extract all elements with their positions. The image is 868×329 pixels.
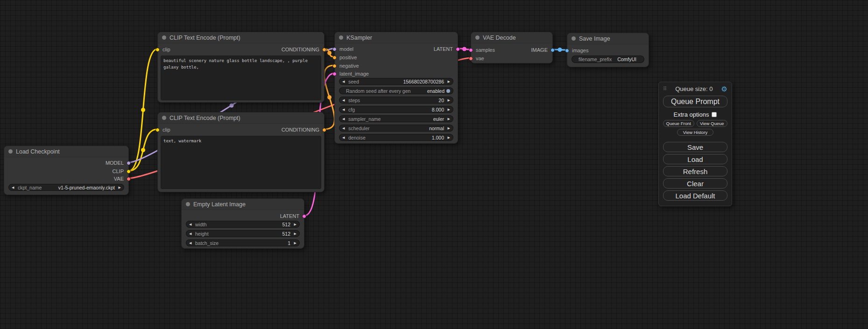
slot-dot-clip[interactable]: [127, 169, 131, 174]
node-empty-latent-image[interactable]: Empty Latent Image LATENT ◀ width 512 ▶ …: [181, 198, 304, 249]
slot-dot-latent[interactable]: [456, 47, 460, 51]
slot-dot-latent[interactable]: [469, 48, 473, 52]
input-slot-negative[interactable]: negative: [332, 63, 359, 69]
collapse-dot-icon[interactable]: [186, 202, 190, 206]
output-slot-clip[interactable]: CLIP: [113, 168, 131, 175]
extra-options-checkbox[interactable]: [712, 112, 717, 117]
widget-filename-prefix[interactable]: filename_prefix ComfyUI: [572, 56, 644, 63]
view-queue-button[interactable]: View Queue: [697, 120, 728, 127]
widget-steps[interactable]: ◀ steps 20 ▶: [339, 97, 453, 104]
input-slot-clip[interactable]: clip: [155, 46, 170, 53]
output-slot-latent[interactable]: LATENT: [280, 213, 306, 219]
collapse-dot-icon[interactable]: [572, 36, 576, 41]
slot-dot-latent[interactable]: [302, 214, 306, 218]
widget-batch-size[interactable]: ◀ batch_size 1 ▶: [186, 239, 300, 246]
slot-dot-model[interactable]: [127, 161, 131, 165]
decrement-arrow-icon[interactable]: ◀: [189, 239, 193, 246]
increment-arrow-icon[interactable]: ▶: [446, 134, 450, 141]
widget-cfg[interactable]: ◀ cfg 8.000 ▶: [339, 106, 453, 113]
input-slot-images[interactable]: images: [565, 47, 588, 54]
refresh-button[interactable]: Refresh: [663, 166, 727, 176]
node-save-image[interactable]: Save Image images filename_prefix ComfyU…: [567, 33, 649, 67]
increment-arrow-icon[interactable]: ▶: [292, 239, 296, 246]
decrement-arrow-icon[interactable]: ◀: [342, 134, 346, 141]
decrement-arrow-icon[interactable]: ◀: [342, 78, 346, 85]
widget-width[interactable]: ◀ width 512 ▶: [186, 221, 300, 228]
drag-handle-icon[interactable]: ⠿: [663, 86, 667, 92]
widget-height[interactable]: ◀ height 512 ▶: [186, 230, 300, 237]
increment-arrow-icon[interactable]: ▶: [446, 97, 450, 104]
widget-random-seed-toggle[interactable]: Random seed after every gen enabled: [339, 87, 453, 94]
view-history-button[interactable]: View History: [677, 129, 713, 136]
slot-dot-conditioning[interactable]: [322, 128, 326, 132]
input-slot-latent-image[interactable]: latent_image: [332, 70, 369, 77]
clear-button[interactable]: Clear: [663, 178, 727, 189]
increment-arrow-icon[interactable]: ▶: [292, 221, 296, 228]
decrement-arrow-icon[interactable]: ◀: [189, 230, 193, 237]
widget-ckpt-name[interactable]: ◀ ckpt_name v1-5-pruned-emaonly.ckpt ▶: [8, 184, 124, 191]
collapse-dot-icon[interactable]: [162, 116, 166, 120]
node-title-bar[interactable]: CLIP Text Encode (Prompt): [158, 112, 324, 124]
output-slot-model[interactable]: MODEL: [106, 160, 131, 166]
slot-dot-conditioning[interactable]: [332, 56, 337, 60]
positive-prompt-textarea[interactable]: beautiful scenery nature glass bottle la…: [161, 56, 321, 100]
slot-dot-latent[interactable]: [332, 72, 337, 76]
node-title-bar[interactable]: KSampler: [335, 32, 458, 43]
output-slot-vae[interactable]: VAE: [114, 175, 131, 182]
collapse-dot-icon[interactable]: [339, 35, 343, 40]
decrement-arrow-icon[interactable]: ◀: [342, 106, 346, 113]
decrement-arrow-icon[interactable]: ◀: [342, 97, 346, 104]
save-button[interactable]: Save: [663, 142, 727, 152]
output-slot-conditioning[interactable]: CONDITIONING: [282, 46, 326, 53]
increment-arrow-icon[interactable]: ▶: [446, 78, 450, 85]
node-clip-text-encode-negative[interactable]: CLIP Text Encode (Prompt) clip CONDITION…: [157, 112, 325, 192]
increment-arrow-icon[interactable]: ▶: [446, 106, 450, 113]
node-title-bar[interactable]: VAE Decode: [471, 32, 552, 43]
queue-prompt-button[interactable]: Queue Prompt: [663, 96, 727, 107]
input-slot-model[interactable]: model: [332, 46, 353, 52]
node-clip-text-encode-positive[interactable]: CLIP Text Encode (Prompt) clip CONDITION…: [157, 32, 325, 103]
widget-scheduler[interactable]: ◀ scheduler normal ▶: [339, 125, 453, 132]
node-title-bar[interactable]: Empty Latent Image: [182, 199, 304, 210]
increment-arrow-icon[interactable]: ▶: [446, 125, 450, 132]
decrement-arrow-icon[interactable]: ◀: [12, 184, 16, 191]
output-slot-latent[interactable]: LATENT: [434, 46, 460, 52]
queue-front-button[interactable]: Queue Front: [663, 120, 694, 127]
input-slot-vae[interactable]: vae: [469, 55, 484, 62]
node-load-checkpoint[interactable]: Load Checkpoint MODEL CLIP VAE ◀ ckpt_na…: [4, 146, 129, 195]
node-vae-decode[interactable]: VAE Decode samples vae IMAGE: [471, 32, 553, 63]
input-slot-positive[interactable]: positive: [332, 54, 357, 61]
slot-dot-image[interactable]: [550, 48, 555, 52]
collapse-dot-icon[interactable]: [475, 35, 480, 40]
decrement-arrow-icon[interactable]: ◀: [189, 221, 193, 228]
slot-dot-vae[interactable]: [127, 177, 131, 181]
negative-prompt-textarea[interactable]: text, watermark: [161, 136, 321, 189]
node-title-bar[interactable]: Load Checkpoint: [4, 146, 128, 157]
load-button[interactable]: Load: [663, 154, 727, 164]
collapse-dot-icon[interactable]: [8, 149, 13, 154]
output-slot-image[interactable]: IMAGE: [531, 47, 555, 53]
node-title-bar[interactable]: Save Image: [567, 33, 649, 44]
input-slot-clip[interactable]: clip: [155, 126, 170, 133]
slot-dot-conditioning[interactable]: [332, 64, 337, 68]
collapse-dot-icon[interactable]: [162, 35, 166, 40]
increment-arrow-icon[interactable]: ▶: [117, 184, 121, 191]
increment-arrow-icon[interactable]: ▶: [292, 230, 296, 237]
slot-dot-image[interactable]: [565, 49, 569, 53]
decrement-arrow-icon[interactable]: ◀: [342, 115, 346, 122]
node-ksampler[interactable]: KSampler model positive negative latent_…: [334, 32, 458, 144]
toggle-dot-icon[interactable]: [446, 89, 450, 93]
slot-dot-clip[interactable]: [155, 48, 160, 52]
slot-dot-clip[interactable]: [155, 128, 160, 132]
slot-dot-model[interactable]: [332, 47, 337, 51]
settings-gear-icon[interactable]: ⚙: [721, 85, 727, 92]
widget-sampler-name[interactable]: ◀ sampler_name euler ▶: [339, 115, 453, 122]
increment-arrow-icon[interactable]: ▶: [446, 115, 450, 122]
decrement-arrow-icon[interactable]: ◀: [342, 125, 346, 132]
widget-denoise[interactable]: ◀ denoise 1.000 ▶: [339, 134, 453, 141]
load-default-button[interactable]: Load Default: [663, 190, 727, 201]
slot-dot-vae[interactable]: [469, 56, 473, 61]
output-slot-conditioning[interactable]: CONDITIONING: [282, 126, 326, 133]
slot-dot-conditioning[interactable]: [322, 48, 326, 52]
widget-seed[interactable]: ◀ seed 156680208700286 ▶: [339, 78, 453, 85]
